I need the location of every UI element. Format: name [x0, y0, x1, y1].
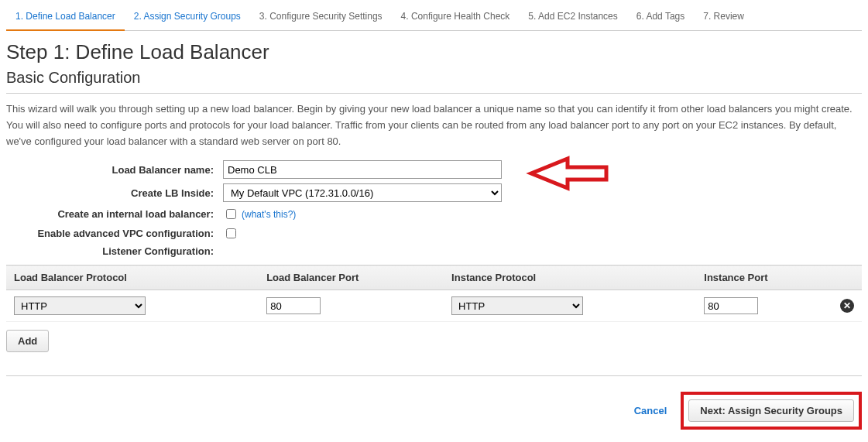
tab-assign-security-groups[interactable]: 2. Assign Security Groups	[125, 6, 250, 31]
listener-config-label: Listener Configuration:	[6, 245, 223, 257]
table-header-row: Load Balancer Protocol Load Balancer Por…	[6, 266, 862, 290]
next-button-highlight: Next: Assign Security Groups	[681, 392, 862, 430]
advanced-vpc-checkbox[interactable]	[226, 228, 236, 238]
remove-listener-icon[interactable]: ✕	[840, 299, 854, 313]
cancel-button[interactable]: Cancel	[634, 405, 667, 416]
vpc-label: Create LB Inside:	[6, 187, 223, 199]
col-lb-protocol: Load Balancer Protocol	[6, 266, 259, 290]
table-row: HTTP HTTP ✕	[6, 290, 862, 322]
page-title: Step 1: Define Load Balancer	[6, 40, 862, 64]
lb-protocol-select[interactable]: HTTP	[14, 296, 146, 315]
instance-port-input[interactable]	[704, 297, 758, 314]
internal-lb-checkbox[interactable]	[226, 209, 236, 219]
tab-add-ec2-instances[interactable]: 5. Add EC2 Instances	[519, 6, 626, 31]
col-lb-port: Load Balancer Port	[259, 266, 444, 290]
tab-define-load-balancer[interactable]: 1. Define Load Balancer	[6, 6, 125, 31]
tab-configure-health-check[interactable]: 4. Configure Health Check	[392, 6, 520, 31]
form-area: Load Balancer name: Create LB Inside: My…	[6, 160, 862, 257]
intro-text: This wizard will walk you through settin…	[6, 101, 862, 149]
footer: Cancel Next: Assign Security Groups	[6, 375, 862, 430]
col-actions	[832, 266, 862, 290]
listener-table: Load Balancer Protocol Load Balancer Por…	[6, 265, 862, 322]
lb-port-input[interactable]	[266, 297, 321, 314]
whats-this-link[interactable]: (what's this?)	[242, 209, 296, 220]
vpc-select[interactable]: My Default VPC (172.31.0.0/16)	[223, 183, 502, 202]
next-button[interactable]: Next: Assign Security Groups	[688, 399, 854, 422]
tab-review[interactable]: 7. Review	[694, 6, 753, 31]
internal-lb-label: Create an internal load balancer:	[6, 208, 223, 220]
tab-add-tags[interactable]: 6. Add Tags	[627, 6, 695, 31]
lb-name-label: Load Balancer name:	[6, 164, 223, 176]
add-button[interactable]: Add	[6, 330, 49, 352]
advanced-vpc-label: Enable advanced VPC configuration:	[6, 228, 223, 239]
tab-configure-security-settings[interactable]: 3. Configure Security Settings	[250, 6, 392, 31]
arrow-annotation-icon	[525, 156, 610, 191]
col-instance-protocol: Instance Protocol	[444, 266, 696, 290]
wizard-tabs: 1. Define Load Balancer 2. Assign Securi…	[6, 6, 862, 31]
section-title: Basic Configuration	[6, 69, 862, 87]
divider	[6, 93, 862, 94]
col-instance-port: Instance Port	[696, 266, 832, 290]
instance-protocol-select[interactable]: HTTP	[451, 296, 583, 315]
lb-name-input[interactable]	[223, 160, 502, 179]
